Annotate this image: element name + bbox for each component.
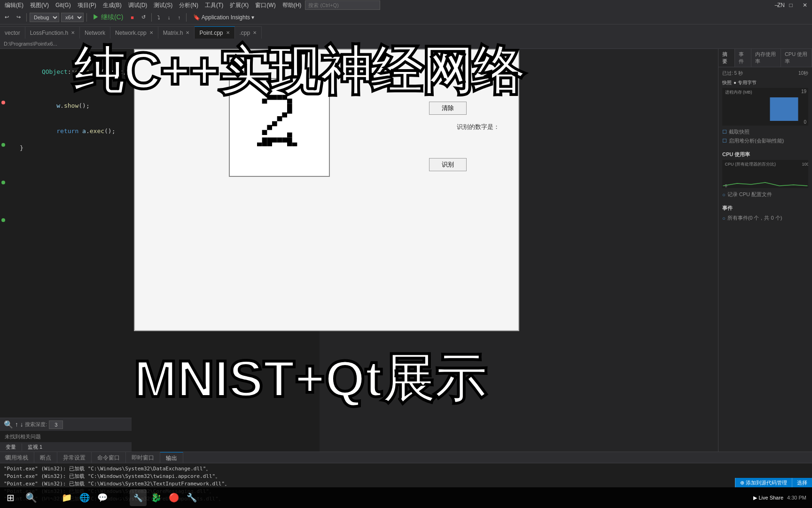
tab-cpp[interactable]: .cpp ✕	[235, 26, 262, 39]
app-window[interactable]: 清除 识别的数字是： 识别	[134, 49, 519, 331]
menu-extend[interactable]: 扩展(X)	[227, 0, 251, 10]
diag-item-cpu-profile[interactable]: ○ 记录 CPU 配置文件	[722, 190, 808, 199]
diag-memory-section: 已过: 5 秒 10秒 快照 ● 专用字节 19 0 进程内存 (MB) ☐ 截…	[718, 67, 812, 148]
step-out-button[interactable]: ↑	[175, 14, 183, 21]
menu-build[interactable]: 生成(B)	[100, 0, 125, 10]
tab-immediate-window[interactable]: 即时窗口	[126, 452, 160, 463]
diag-tab-events[interactable]: 事件	[735, 49, 751, 67]
arch-select[interactable]: x64	[61, 13, 84, 22]
svg-rect-4	[262, 99, 267, 104]
menu-debug[interactable]: 调试(D)	[125, 0, 150, 10]
tab-watch[interactable]: 监视 1	[22, 444, 48, 451]
recognize-label: 识别的数字是：	[457, 123, 500, 131]
taskbar-taskview-icon[interactable]: 🗂	[40, 489, 57, 506]
tab-variables[interactable]: 变量	[0, 444, 22, 451]
tab-network[interactable]: Network	[80, 26, 110, 39]
svg-rect-0	[267, 95, 272, 100]
taskbar-red-icon[interactable]: 🔴	[165, 489, 182, 506]
tab-vector[interactable]: vector	[0, 26, 25, 39]
tab-exception-settings[interactable]: 异常设置	[57, 452, 92, 463]
tab-close-cpp[interactable]: ✕	[253, 30, 257, 35]
restart-button[interactable]: ↺	[139, 13, 148, 21]
value-label: 值	[5, 454, 10, 461]
menu-edit[interactable]: 编辑(E)	[2, 0, 26, 10]
find-down-button[interactable]: ↓	[20, 421, 23, 428]
add-to-source-button[interactable]: ⊕ 添加到源代码管理	[735, 478, 792, 487]
minimize-button[interactable]: ─	[770, 0, 784, 10]
quick-snapshot-btn[interactable]: 快照	[722, 79, 732, 86]
continue-button[interactable]: ▶ 继续(C)	[90, 12, 126, 23]
memory-chart-svg: 进程内存 (MB)	[722, 88, 808, 126]
stop-button[interactable]: ■	[128, 14, 137, 21]
diag-tab-memory[interactable]: 内存使用率	[751, 49, 781, 67]
tab-output[interactable]: 输出	[160, 452, 183, 463]
breakpoint-4	[1, 218, 5, 222]
clear-button[interactable]: 清除	[429, 102, 467, 115]
tab-close-matrix[interactable]: ✕	[186, 30, 189, 35]
tab-command-window[interactable]: 命令窗口	[92, 452, 126, 463]
svg-rect-3	[282, 95, 287, 100]
file-path: D:\Programs\Point\x6	[4, 41, 53, 47]
menu-help[interactable]: 帮助(H)	[280, 0, 304, 10]
svg-rect-16	[277, 137, 282, 143]
diag-tab-summary[interactable]: 摘要	[718, 49, 735, 67]
menu-test[interactable]: 测试(S)	[151, 0, 175, 10]
taskbar-teams-icon[interactable]: 💬	[94, 489, 111, 506]
no-issues-text: 未找到相关问题	[5, 433, 41, 440]
tab-close-point-cpp[interactable]: ✕	[226, 30, 230, 35]
menu-project[interactable]: 项目(P)	[75, 0, 99, 10]
path-more: ...	[53, 41, 57, 47]
taskbar-db-icon[interactable]: 🗄	[112, 489, 129, 506]
tab-matrix[interactable]: Matrix.h ✕	[158, 26, 195, 39]
start-button[interactable]: ⊞	[0, 487, 21, 508]
cpu-chart-svg: CPU (所有处理器的百分比) 100 0	[722, 160, 808, 188]
undo-button[interactable]: ↩	[2, 13, 12, 21]
drawing-canvas[interactable]	[229, 78, 330, 177]
identify-button[interactable]: 识别	[429, 158, 467, 171]
tab-lossfunction[interactable]: LossFunction.h ✕	[25, 26, 80, 39]
tab-point-cpp[interactable]: Point.cpp ✕	[195, 26, 234, 39]
close-button[interactable]: ✕	[798, 0, 812, 10]
taskbar-explorer-icon[interactable]: 📁	[58, 489, 75, 506]
find-depth-input[interactable]	[49, 421, 63, 429]
live-share-indicator[interactable]: ▶ Live Share	[753, 495, 783, 501]
taskbar-search-icon[interactable]: 🔍	[23, 489, 39, 506]
find-bar: 🔍 ↑ ↓ 搜索深度:	[0, 418, 132, 431]
taskbar-edge-icon[interactable]: 🌐	[76, 489, 93, 506]
tab-close-lossfunction[interactable]: ✕	[71, 30, 75, 35]
tab-network-cpp[interactable]: Network.cpp ✕	[110, 26, 158, 39]
diag-item-snapshot[interactable]: ☐ 截取快照	[722, 127, 808, 136]
dedicated-label: ● 专用字节	[734, 79, 757, 86]
svg-rect-14	[267, 137, 272, 143]
taskbar-git-icon[interactable]: 🔧	[130, 489, 147, 506]
menu-tools[interactable]: 工具(T)	[202, 0, 226, 10]
tab-breakpoints[interactable]: 断点	[34, 452, 57, 463]
path-bar: D:\Programs\Point\x6 ...	[0, 39, 812, 49]
find-up-button[interactable]: ↑	[15, 421, 18, 428]
menu-analyze[interactable]: 分析(N)	[176, 0, 201, 10]
redo-button[interactable]: ↪	[14, 13, 23, 21]
taskbar-extra-icon[interactable]: 🔧	[183, 489, 200, 506]
diag-tab-cpu[interactable]: CPU 使用率	[781, 49, 812, 67]
svg-rect-2	[277, 95, 282, 100]
select-button[interactable]: 选择	[792, 478, 812, 487]
debug-config-select[interactable]: Debug	[30, 13, 59, 22]
global-search-input[interactable]	[305, 0, 380, 10]
svg-rect-22	[267, 143, 272, 146]
menu-window[interactable]: 窗口(W)	[252, 0, 278, 10]
menu-view[interactable]: 视图(V)	[27, 0, 52, 10]
diag-item-heap[interactable]: ☐ 启用堆分析(会影响性能)	[722, 136, 808, 145]
window-controls: ─ □ ✕	[770, 0, 812, 10]
step-into-button[interactable]: ↓	[165, 14, 173, 21]
diag-item-all-events: ○ 所有事件(0 个，共 0 个)	[722, 214, 808, 222]
checkbox-heap-icon: ☐	[722, 138, 727, 144]
step-over-button[interactable]: ⤵	[155, 14, 163, 21]
taskbar-vs-icon[interactable]: 🐉	[148, 489, 164, 506]
breakpoint-1	[1, 101, 5, 104]
maximize-button[interactable]: □	[784, 0, 798, 10]
heap-label: 启用堆分析(会影响性能)	[729, 137, 784, 144]
snapshot-label: 截取快照	[729, 128, 750, 135]
menu-git[interactable]: Git(G)	[53, 1, 74, 9]
breakpoint-bar	[0, 49, 7, 452]
tab-close-network-cpp[interactable]: ✕	[149, 30, 153, 35]
